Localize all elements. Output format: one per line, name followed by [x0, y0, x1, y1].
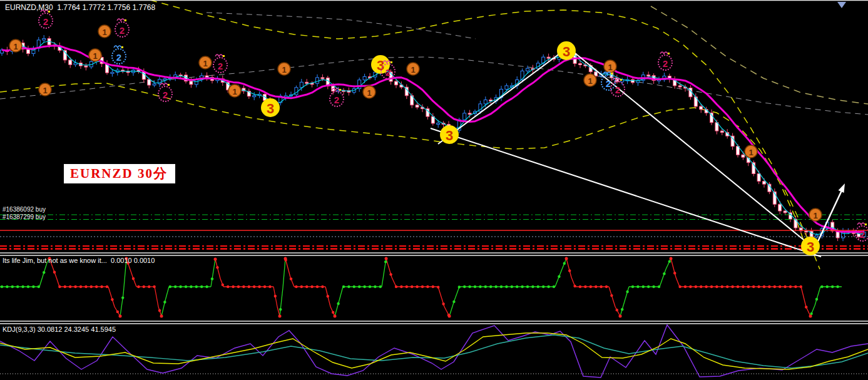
- wave3-digit[interactable]: 3: [563, 44, 570, 59]
- arrow-head[interactable]: [839, 183, 845, 193]
- zigzag-segment: [555, 269, 562, 287]
- wave2-digit[interactable]: 2: [116, 52, 121, 63]
- zigzag-dot: [290, 277, 292, 280]
- zigzag-extremum-dot: [670, 257, 673, 260]
- candle-body: [69, 60, 72, 64]
- wave1-digit[interactable]: 1: [43, 86, 47, 95]
- zigzag-dot: [652, 285, 655, 288]
- zigzag-dot: [227, 285, 229, 288]
- zigzag-dot: [553, 285, 555, 288]
- wave3-digit[interactable]: 3: [377, 58, 384, 73]
- zigzag-dot: [658, 285, 660, 288]
- zigzag-dot: [463, 285, 466, 288]
- wave2-digit[interactable]: 2: [163, 90, 168, 100]
- wave2-dot[interactable]: [121, 46, 123, 48]
- wave1-digit[interactable]: 1: [93, 51, 97, 61]
- zigzag-dot: [763, 285, 765, 288]
- wave2-crown[interactable]: [160, 83, 168, 85]
- candle-body: [784, 211, 787, 213]
- wave1-digit[interactable]: 1: [411, 65, 415, 74]
- zigzag-dot: [742, 285, 744, 288]
- band-olive-right: [651, 6, 868, 104]
- zigzag-dot: [148, 285, 150, 288]
- wave1-digit[interactable]: 1: [232, 87, 237, 96]
- wave1-digit[interactable]: 1: [102, 28, 106, 37]
- candle-body: [300, 82, 303, 88]
- zigzag-dot: [642, 285, 645, 288]
- zigzag-extremum-dot: [448, 315, 451, 318]
- wave2-digit[interactable]: 2: [43, 16, 48, 27]
- wave2-dot[interactable]: [339, 89, 341, 91]
- wave1-digit[interactable]: 1: [588, 76, 592, 86]
- zigzag-segment: [39, 263, 47, 287]
- wave2-crown[interactable]: [114, 46, 121, 48]
- wave1-digit[interactable]: 1: [608, 63, 612, 72]
- wave1-digit[interactable]: 1: [813, 211, 817, 220]
- wave2-digit[interactable]: 2: [860, 229, 865, 240]
- chart-canvas[interactable]: 33333111111111111122222222222: [0, 0, 868, 380]
- zigzag-segment: [615, 307, 620, 316]
- wave3-digit[interactable]: 3: [267, 101, 274, 116]
- wave3-digit[interactable]: 3: [807, 239, 814, 255]
- zigzag-dot: [353, 285, 355, 288]
- wave2-dot[interactable]: [223, 55, 225, 57]
- candle-body: [321, 78, 324, 79]
- wave2-crown[interactable]: [117, 19, 125, 21]
- zigzag-dot: [752, 285, 755, 288]
- zigzag-dot: [805, 306, 807, 308]
- zigzag-dot: [737, 285, 739, 288]
- wave2-digit[interactable]: 2: [120, 25, 125, 36]
- zigzag-dot: [327, 295, 329, 297]
- zigzag-dot: [342, 285, 345, 288]
- zigzag-dot: [647, 285, 650, 288]
- zigzag-dot: [58, 285, 61, 288]
- wave2-dot[interactable]: [620, 79, 622, 81]
- wave2-crown[interactable]: [660, 52, 668, 54]
- wave2-dot[interactable]: [125, 19, 126, 21]
- candle-body: [416, 105, 419, 107]
- wave2-digit[interactable]: 2: [606, 78, 611, 89]
- wave2-dot[interactable]: [611, 73, 613, 74]
- candle-body: [579, 63, 582, 64]
- wave2-crown[interactable]: [857, 223, 865, 225]
- wave2-dot[interactable]: [48, 11, 50, 13]
- wave1-digit[interactable]: 1: [13, 42, 18, 51]
- zigzag-segment: [49, 259, 56, 277]
- zigzag-dot: [726, 285, 728, 288]
- wave2-dot[interactable]: [391, 61, 392, 63]
- zigzag-dot: [190, 285, 192, 288]
- zigzag-dot: [374, 285, 376, 288]
- wave2-digit[interactable]: 2: [615, 85, 620, 95]
- wave1-digit[interactable]: 1: [367, 88, 371, 98]
- wave1-digit[interactable]: 1: [282, 65, 286, 74]
- wave2-digit[interactable]: 2: [334, 95, 339, 105]
- candle-body: [205, 76, 208, 78]
- wave2-dot[interactable]: [168, 84, 170, 86]
- trendline[interactable]: [568, 48, 814, 248]
- zigzag-dot: [32, 285, 34, 288]
- wave-markers[interactable]: 33333111111111111122222222222: [9, 10, 868, 255]
- wave2-crown[interactable]: [215, 54, 223, 56]
- wave2-dot[interactable]: [865, 223, 867, 225]
- zigzag-dot: [521, 285, 523, 288]
- zigzag-dot: [636, 285, 639, 288]
- candle-body: [305, 82, 309, 83]
- wave3-digit[interactable]: 3: [446, 128, 453, 143]
- zigzag-dot: [21, 285, 24, 288]
- zigzag-dot: [237, 285, 240, 288]
- candle-body: [395, 81, 398, 85]
- candle-body: [720, 131, 723, 132]
- order-lines[interactable]: [0, 215, 868, 249]
- zigzag-extremum-dot: [125, 257, 128, 260]
- trendline[interactable]: [438, 46, 569, 144]
- wave2-digit[interactable]: 2: [385, 67, 391, 78]
- zigzag-segment: [165, 287, 169, 300]
- wave1-digit[interactable]: 1: [748, 148, 753, 157]
- wave2-dot[interactable]: [668, 53, 670, 54]
- trendline[interactable]: [431, 128, 821, 257]
- zigzag-dot: [563, 262, 566, 265]
- wave2-crown[interactable]: [41, 10, 48, 12]
- wave1-digit[interactable]: 1: [203, 59, 207, 68]
- wave2-digit[interactable]: 2: [218, 61, 223, 71]
- wave2-digit[interactable]: 2: [663, 58, 668, 69]
